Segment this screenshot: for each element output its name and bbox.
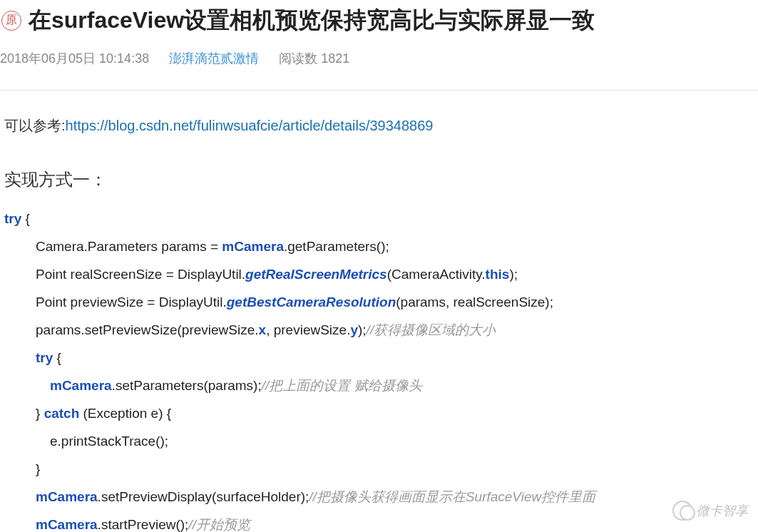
reads-count: 1821 bbox=[321, 51, 349, 66]
field-mcamera: mCamera bbox=[36, 517, 98, 532]
code-line: Point previewSize = DisplayUtil.getBestC… bbox=[4, 289, 754, 317]
field-y: y bbox=[350, 322, 358, 337]
field-mcamera: mCamera bbox=[222, 239, 284, 254]
code-text: , previewSize. bbox=[266, 322, 350, 337]
code-text: .getParameters(); bbox=[284, 239, 389, 254]
meta-row: 2018年06月05日 10:14:38 澎湃滴范贰激情 阅读数 1821 bbox=[0, 50, 758, 67]
section-heading: 实现方式一： bbox=[4, 163, 754, 196]
field-mcamera: mCamera bbox=[50, 378, 112, 393]
code-text: params.setPreviewSize(previewSize. bbox=[36, 322, 259, 337]
reads: 阅读数 1821 bbox=[279, 50, 349, 67]
code-text: ); bbox=[358, 322, 367, 337]
publish-date: 2018年06月05日 10:14:38 bbox=[0, 50, 149, 67]
article-title: 在surfaceView设置相机预览保持宽高比与实际屏显一致 bbox=[29, 6, 595, 36]
comment: //把上面的设置 赋给摄像头 bbox=[262, 378, 422, 393]
method: getBestCameraResolution bbox=[227, 295, 396, 310]
code-text: .setParameters(params); bbox=[112, 378, 262, 393]
code-line: try { bbox=[4, 344, 754, 372]
code-text: (CameraActivity. bbox=[387, 267, 486, 282]
comment: //开始预览 bbox=[188, 517, 250, 532]
brace: { bbox=[53, 350, 61, 365]
code-line: } bbox=[4, 456, 754, 484]
code-text: Point realScreenSize = DisplayUtil. bbox=[36, 267, 245, 282]
original-badge: 原 bbox=[1, 11, 21, 31]
code-text: } bbox=[36, 406, 44, 421]
code-line: mCamera.setPreviewDisplay(surfaceHolder)… bbox=[4, 484, 754, 511]
code-text: Camera.Parameters params = bbox=[36, 239, 222, 254]
code-line: mCamera.startPreview();//开始预览 bbox=[4, 511, 754, 533]
code-text: .startPreview(); bbox=[98, 517, 189, 532]
comment: //把摄像头获得画面显示在SurfaceView控件里面 bbox=[309, 489, 595, 504]
article-content: 可以参考:https://blog.csdn.net/fulinwsuafcie… bbox=[0, 91, 758, 532]
author-link[interactable]: 澎湃滴范贰激情 bbox=[169, 50, 259, 67]
brace: { bbox=[21, 211, 30, 226]
code-text: .setPreviewDisplay(surfaceHolder); bbox=[98, 489, 309, 504]
field-mcamera: mCamera bbox=[36, 489, 98, 504]
keyword-try: try bbox=[4, 211, 21, 226]
code-text: (Exception e) { bbox=[79, 406, 171, 421]
code-line: try { bbox=[4, 205, 754, 233]
keyword-try: try bbox=[36, 350, 53, 365]
code-text: Point previewSize = DisplayUtil. bbox=[36, 295, 227, 310]
method: getRealScreenMetrics bbox=[245, 267, 387, 282]
comment: //获得摄像区域的大小 bbox=[367, 322, 496, 337]
code-line: Point realScreenSize = DisplayUtil.getRe… bbox=[4, 261, 754, 289]
code-line: mCamera.setParameters(params);//把上面的设置 赋… bbox=[4, 372, 754, 400]
code-text: (params, realScreenSize); bbox=[396, 295, 553, 310]
code-line: } catch (Exception e) { bbox=[4, 400, 754, 428]
reference-link[interactable]: https://blog.csdn.net/fulinwsuafcie/arti… bbox=[66, 118, 434, 133]
code-line: params.setPreviewSize(previewSize.x, pre… bbox=[4, 317, 754, 344]
reference-prefix: 可以参考: bbox=[4, 118, 66, 133]
code-line: e.printStackTrace(); bbox=[4, 428, 754, 456]
code-block: try { Camera.Parameters params = mCamera… bbox=[4, 205, 754, 532]
article-header: 原 在surfaceView设置相机预览保持宽高比与实际屏显一致 2018年06… bbox=[0, 0, 758, 76]
code-text: e.printStackTrace(); bbox=[50, 434, 168, 449]
reference-line: 可以参考:https://blog.csdn.net/fulinwsuafcie… bbox=[4, 112, 754, 139]
title-row: 原 在surfaceView设置相机预览保持宽高比与实际屏显一致 bbox=[0, 6, 758, 36]
field-x: x bbox=[259, 322, 267, 337]
brace: } bbox=[36, 461, 40, 476]
code-text: ); bbox=[509, 267, 518, 282]
code-line: Camera.Parameters params = mCamera.getPa… bbox=[4, 233, 754, 261]
keyword-this: this bbox=[486, 267, 510, 282]
keyword-catch: catch bbox=[44, 406, 80, 421]
reads-label: 阅读数 bbox=[279, 51, 317, 66]
